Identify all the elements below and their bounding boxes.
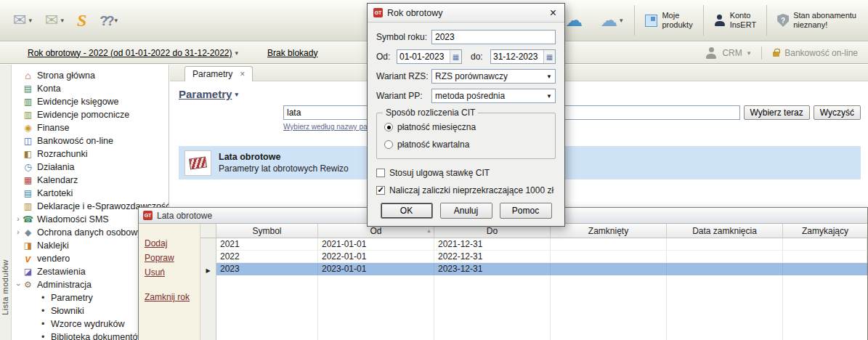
- row-marker: [200, 251, 216, 263]
- sidebar-item-ewidencje-ksiegowe[interactable]: Ewidencje księgowe: [12, 95, 169, 108]
- pomoc-button[interactable]: Pomoc: [500, 203, 552, 219]
- home-icon: [22, 70, 34, 81]
- sidebar-item-kalendarz[interactable]: Kalendarz: [12, 174, 169, 187]
- table-empty-area: [200, 275, 867, 340]
- ok-button[interactable]: OK: [381, 203, 433, 219]
- sidebar-item-kartoteki[interactable]: Kartoteki: [12, 187, 169, 200]
- moje-produkty-button[interactable]: Moje produkty: [641, 8, 697, 33]
- calendar-icon[interactable]: [543, 50, 555, 63]
- sms-icon: [22, 215, 34, 224]
- send-mail-button[interactable]: ▾: [39, 5, 70, 36]
- checkbox-stosuj-ulgowa-stawke[interactable]: Stosuj ulgową stawkę CIT: [376, 168, 556, 178]
- user-icon: [714, 15, 726, 26]
- symbol-roku-label: Symbol roku:: [376, 32, 431, 42]
- years-table: Symbol Od Do Zamknięty Data zamknięcia Z…: [200, 224, 867, 340]
- toolbar-right-group: ▾ Moje produkty Konto InsERT Stan abonam…: [559, 5, 861, 36]
- column-header-symbol[interactable]: Symbol: [216, 224, 318, 238]
- sidebar-item-dzialania[interactable]: Działania: [12, 161, 169, 174]
- do-label: do:: [471, 52, 490, 62]
- table-row-2022[interactable]: 2022 2022-01-01 2022-12-31: [200, 251, 867, 263]
- konto-insert-label: Konto InsERT: [730, 11, 756, 30]
- tab-label: Parametry: [192, 69, 232, 79]
- checkbox-naliczaj-zaliczki[interactable]: Naliczaj zaliczki nieprzekraczające 1000…: [376, 185, 556, 195]
- checkbox-checked-icon[interactable]: [376, 186, 385, 195]
- cloud-sync-button[interactable]: ▾: [594, 5, 629, 36]
- crm-menu[interactable]: CRM: [722, 48, 742, 58]
- radio-platnosc-miesieczna[interactable]: płatność miesięczna: [384, 122, 548, 132]
- page-title: Parametry: [179, 88, 232, 100]
- banking-menu[interactable]: Bankowość on-line: [784, 48, 858, 58]
- anuluj-button[interactable]: Anuluj: [440, 203, 492, 219]
- od-label: Od:: [376, 52, 397, 62]
- rok-obrotowy-dialog: Rok obrotowy × Symbol roku: Od: do:: [367, 3, 565, 227]
- rewizor-gt-icon: [373, 8, 383, 17]
- sidebar-item-ewidencje-pomocnicze[interactable]: Ewidencje pomocnicze: [12, 108, 169, 121]
- date-from-input[interactable]: [397, 52, 450, 62]
- declarations-icon: [22, 202, 34, 211]
- bank-icon: [22, 137, 34, 145]
- column-header-zamykajacy[interactable]: Zamykający: [783, 224, 867, 238]
- zamknij-rok-link[interactable]: Zamknij rok: [145, 292, 200, 302]
- fiscal-year-selector[interactable]: Rok obrotowy - 2022 (od 01-01-2022 do 31…: [28, 48, 238, 58]
- konto-insert-button[interactable]: Konto InsERT: [710, 8, 760, 33]
- column-header-zamkniety[interactable]: Zamknięty: [551, 224, 667, 238]
- radio-platnosc-kwartalna[interactable]: płatność kwartalna: [384, 139, 548, 150]
- table-row-2021[interactable]: 2021 2021-01-01 2021-12-31: [200, 238, 867, 251]
- lock-status-link[interactable]: Brak blokady: [267, 48, 317, 58]
- chevron-down-icon[interactable]: [543, 73, 555, 80]
- wyczysc-button[interactable]: Wyczyść: [814, 105, 861, 120]
- chevron-down-icon: ▾: [620, 17, 623, 24]
- separator: [761, 46, 762, 60]
- date-from-field: [397, 49, 462, 64]
- chevron-down-icon: ▾: [60, 17, 64, 24]
- close-icon[interactable]: ×: [548, 7, 559, 19]
- mail-icon: [13, 12, 26, 28]
- usun-link[interactable]: Usuń: [145, 267, 200, 278]
- modules-strip[interactable]: Lista modułów: [0, 65, 12, 340]
- toolbar-separator: [634, 5, 635, 36]
- bullet-icon: [41, 306, 51, 316]
- help-button[interactable]: ▾: [94, 5, 123, 36]
- cit-group-title: Sposób rozliczenia CIT: [383, 108, 478, 118]
- settlements-icon: [22, 150, 34, 158]
- wybierz-teraz-button[interactable]: Wybierz teraz: [744, 105, 810, 120]
- dialog-titlebar[interactable]: Rok obrotowy ×: [368, 4, 564, 23]
- shield-question-icon: [777, 14, 789, 27]
- radio-selected-icon[interactable]: [384, 123, 393, 131]
- compose-mail-button[interactable]: ▾: [7, 5, 38, 36]
- result-title: Lata obrotowe: [219, 152, 349, 162]
- sidebar-item-bankowosc[interactable]: Bankowość on-line: [12, 134, 169, 147]
- activities-icon: [22, 163, 34, 171]
- bullet-icon: [41, 319, 51, 329]
- wariant-pp-select[interactable]: metoda pośrednia: [431, 89, 556, 103]
- sidebar-item-strona-glowna[interactable]: Strona główna: [12, 69, 169, 82]
- close-tab-icon[interactable]: ×: [240, 70, 245, 78]
- cloud-icon: [565, 12, 583, 29]
- sidebar-item-finanse[interactable]: Finanse: [12, 121, 169, 134]
- calendar-icon[interactable]: [450, 50, 461, 63]
- popraw-link[interactable]: Popraw: [145, 253, 200, 263]
- mail-send-icon: [45, 12, 58, 28]
- dodaj-link[interactable]: Dodaj: [145, 238, 200, 248]
- toolbar-separator: [703, 5, 704, 36]
- radio-unselected-icon[interactable]: [384, 140, 393, 149]
- symbol-roku-input[interactable]: [431, 30, 556, 44]
- tab-parametry[interactable]: Parametry ×: [184, 66, 253, 81]
- sidebar-item-konta[interactable]: Konta: [12, 82, 169, 95]
- finance-icon: [22, 124, 34, 132]
- parametry-menu[interactable]: Parametry ▾: [179, 88, 238, 100]
- stan-abonamentu-button[interactable]: Stan abonamentu nieznany!: [773, 8, 861, 33]
- checkbox-unchecked-icon[interactable]: [376, 169, 385, 177]
- wariant-rzs-select[interactable]: RZS porównawczy: [431, 69, 556, 84]
- result-description: Parametry lat obrotowych Rewizo: [219, 163, 349, 174]
- vendero-icon: [22, 254, 34, 264]
- money-transfer-button[interactable]: [71, 5, 92, 36]
- window-title: Lata obrotowe: [157, 211, 212, 221]
- table-row-2023-selected[interactable]: 2023 2023-01-01 2023-12-31: [200, 263, 867, 275]
- column-header-data-zamkniecia[interactable]: Data zamknięcia: [667, 224, 783, 238]
- sidebar-item-rozrachunki[interactable]: Rozrachunki: [12, 147, 169, 161]
- chevron-down-icon[interactable]: [543, 93, 555, 100]
- row-marker: [200, 238, 216, 251]
- rewizor-gt-icon: [143, 211, 153, 220]
- date-to-input[interactable]: [491, 52, 543, 62]
